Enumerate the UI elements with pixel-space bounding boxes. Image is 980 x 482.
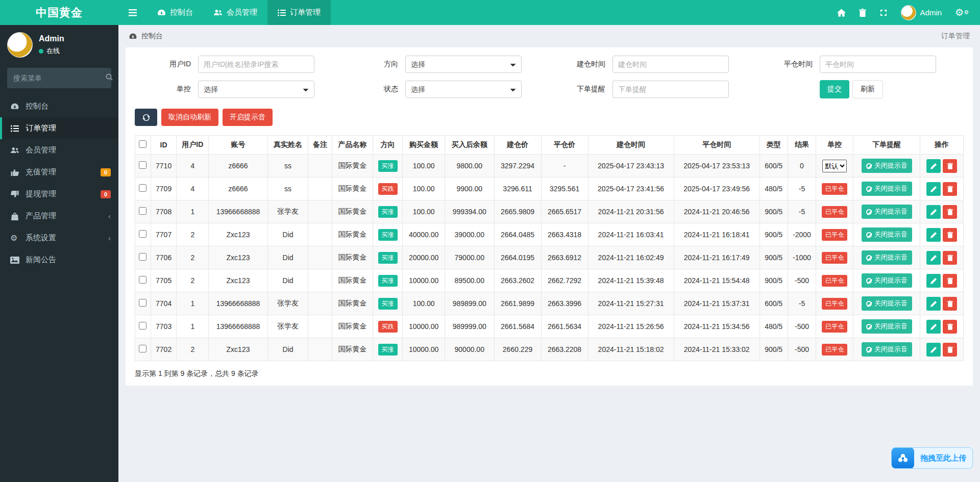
cell-result: -5 [788,177,816,200]
reload-button[interactable] [135,109,157,126]
fullscreen-icon[interactable] [879,9,888,17]
row-checkbox[interactable] [139,345,146,352]
column-header: 建仓时间 [588,136,674,155]
nav-tab-orders[interactable]: 订单管理 [267,0,331,25]
delete-button[interactable] [943,159,957,173]
close-sound-button[interactable]: 关闭提示音 [862,227,912,242]
filter-status-select[interactable]: 选择 [405,81,522,98]
edit-button[interactable] [926,182,941,196]
row-checkbox[interactable] [139,161,146,169]
filter-direction-select[interactable]: 选择 [405,56,522,73]
enable-sound-button[interactable]: 开启提示音 [223,109,273,126]
cell-id: 7709 [151,177,176,200]
close-sound-button[interactable]: 关闭提示音 [862,342,912,357]
nav-tab-dashboard[interactable]: 控制台 [147,0,203,25]
edit-button[interactable] [926,274,941,288]
control-select[interactable]: 默认 [822,160,847,172]
close-sound-button[interactable]: 关闭提示音 [862,205,912,219]
edit-button[interactable] [926,228,941,242]
row-checkbox[interactable] [139,322,146,329]
table-row: 77062Zxc123Did国际黄金买涨20000.0079000.002664… [135,246,964,269]
sidebar-item-withdraw[interactable]: 提现管理 0 [0,183,118,205]
sidebar-toggle-button[interactable] [118,0,147,25]
close-sound-button[interactable]: 关闭提示音 [862,250,912,265]
filter-remind-input[interactable] [612,81,729,98]
delete-button[interactable] [943,228,957,242]
cell-amount: 100.00 [403,177,445,200]
cell-product: 国际黄金 [332,155,373,177]
list-icon [278,9,286,16]
filter-open-time-input[interactable] [612,56,729,73]
sidebar-search-input[interactable] [13,74,106,82]
close-sound-button[interactable]: 关闭提示音 [862,182,912,196]
search-icon[interactable] [106,73,113,83]
edit-button[interactable] [926,159,941,173]
order-panel: 用户ID 方向 选择 建仓时间 平仓时间 单控 选择 状态 选择 [126,47,973,386]
edit-button[interactable] [926,251,941,265]
sidebar-item-dashboard[interactable]: 控制台 [0,95,118,117]
filter-close-time-input[interactable] [820,56,936,73]
submit-button[interactable]: 提交 [820,80,849,98]
cell-user-id: 2 [177,338,209,361]
delete-button[interactable] [943,274,957,288]
row-checkbox[interactable] [139,253,146,261]
nav-tab-members[interactable]: 会员管理 [203,0,267,25]
cell-account: z6666 [209,177,267,200]
edit-button[interactable] [926,205,941,219]
cell-direction: 买涨 [373,155,402,177]
cancel-auto-refresh-button[interactable]: 取消自动刷新 [161,109,218,126]
cell-remark [308,269,332,292]
cell-open-price: 2664.0485 [494,223,541,246]
home-icon[interactable] [837,9,846,17]
delete-button[interactable] [943,205,957,219]
trash-icon [947,300,953,307]
delete-button[interactable] [943,251,957,265]
row-checkbox[interactable] [139,184,146,192]
sidebar-user-panel: Admin 在线 [0,25,118,66]
cell-id: 7707 [151,223,176,246]
edit-button[interactable] [926,320,941,334]
sidebar-item-products[interactable]: 产品管理 ‹ [0,205,118,227]
cell-control: 已平仓 [816,223,853,246]
closed-badge: 已平仓 [822,252,847,264]
cell-account: Zxc123 [209,223,267,246]
edit-button[interactable] [926,297,941,311]
close-sound-button[interactable]: 关闭提示音 [862,159,912,173]
row-checkbox[interactable] [139,207,146,215]
close-sound-button[interactable]: 关闭提示音 [862,273,912,288]
direction-down-badge: 买跌 [378,183,398,195]
drag-upload-widget[interactable]: 拖拽至此上传 [891,447,973,469]
close-sound-button[interactable]: 关闭提示音 [862,296,912,311]
cell-actions [920,200,964,223]
list-icon [10,125,19,132]
filter-user-id-input[interactable] [198,56,314,73]
sidebar-item-orders[interactable]: 订单管理 [0,117,118,139]
edit-pencil-icon [930,277,937,284]
cell-balance-after: 989899.00 [445,292,494,315]
online-dot-icon [39,49,43,54]
select-all-checkbox[interactable] [139,140,146,148]
edit-button[interactable] [926,343,941,357]
user-menu[interactable]: Admin [901,5,942,20]
delete-button[interactable] [943,320,957,334]
column-header: 平仓价 [541,136,588,155]
cell-close-price: 2663.2208 [541,338,588,361]
sidebar-item-members[interactable]: 会员管理 [0,139,118,161]
sidebar-item-recharge[interactable]: 充值管理 0 [0,161,118,183]
delete-button[interactable] [943,182,957,196]
delete-button[interactable] [943,343,957,357]
trash-icon[interactable] [859,9,866,17]
row-checkbox[interactable] [139,276,146,284]
mute-ring-icon [866,301,872,307]
close-sound-button[interactable]: 关闭提示音 [862,319,912,334]
column-header: 产品名称 [332,136,373,155]
sidebar-item-news[interactable]: 新闻公告 [0,249,118,271]
settings-gears-icon[interactable]: ⚙⚙ [955,7,969,18]
row-checkbox[interactable] [139,230,146,238]
refresh-button[interactable]: 刷新 [852,80,883,98]
sidebar-item-settings[interactable]: ⚙ 系统设置 ‹ [0,227,118,249]
delete-button[interactable] [943,297,957,311]
filter-control-select[interactable]: 选择 [198,81,314,98]
row-checkbox[interactable] [139,299,146,307]
cell-actions [920,177,964,200]
